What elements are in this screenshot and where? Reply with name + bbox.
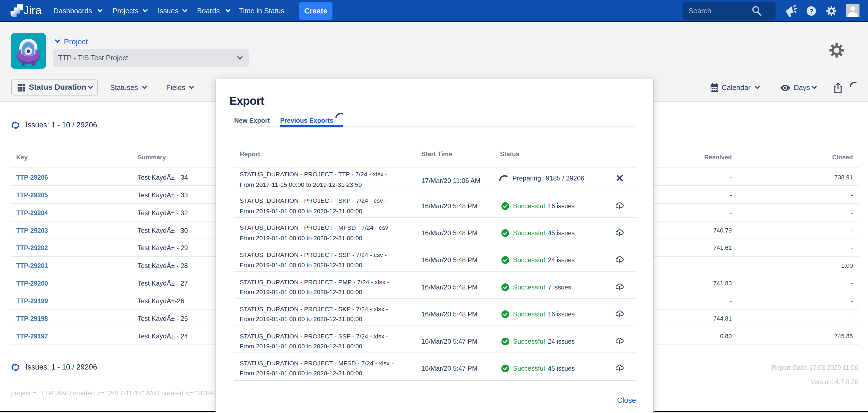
svg-text:?: ? <box>809 7 813 15</box>
